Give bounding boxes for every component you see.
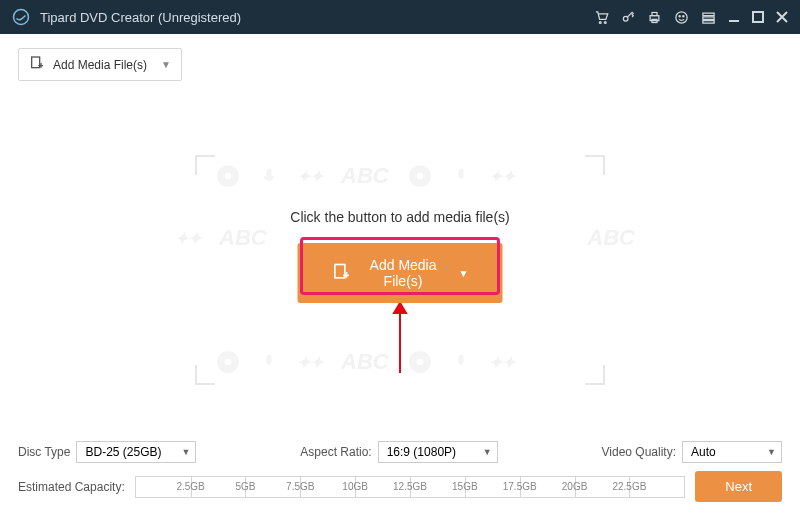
video-quality-label: Video Quality: — [602, 445, 677, 459]
ruler-tick-label: 22.5GB — [612, 481, 646, 492]
close-icon[interactable] — [776, 11, 788, 23]
next-button[interactable]: Next — [695, 471, 782, 502]
ruler-tick-label: 2.5GB — [176, 481, 204, 492]
minimize-icon[interactable] — [728, 11, 740, 23]
preferences-icon[interactable] — [701, 10, 716, 25]
corner-frame — [195, 155, 215, 175]
svg-rect-13 — [729, 20, 739, 22]
feedback-icon[interactable] — [674, 10, 689, 25]
ruler-tick-label: 17.5GB — [503, 481, 537, 492]
ruler-tick-label: 5GB — [235, 481, 255, 492]
add-file-icon — [29, 55, 45, 74]
drop-area: ✦✦ ABC ✦✦ ✦✦ ABC ABC ✦✦ ABC ✦✦ Click the… — [195, 155, 605, 385]
svg-point-2 — [604, 21, 606, 23]
capacity-ruler: 2.5GB5GB7.5GB10GB12.5GB15GB17.5GB20GB22.… — [135, 476, 686, 498]
chevron-down-icon: ▼ — [459, 268, 469, 279]
svg-rect-10 — [703, 13, 714, 16]
toolbar: Add Media File(s) ▼ — [0, 34, 800, 95]
key-icon[interactable] — [621, 10, 635, 24]
aspect-ratio-select[interactable]: 16:9 (1080P) — [378, 441, 498, 463]
bottom-bar: Disc Type BD-25 (25GB) Aspect Ratio: 16:… — [0, 431, 800, 514]
print-icon[interactable] — [647, 10, 662, 25]
svg-point-17 — [225, 173, 232, 180]
ruler-tick-label: 10GB — [342, 481, 368, 492]
add-media-big-button[interactable]: Add Media File(s) ▼ — [298, 243, 503, 303]
watermark-row: ✦✦ ABC ✦✦ — [215, 163, 515, 189]
svg-point-9 — [683, 15, 684, 16]
svg-rect-11 — [703, 16, 714, 19]
app-logo-icon — [12, 8, 30, 26]
svg-rect-27 — [458, 355, 463, 365]
drop-instruction: Click the button to add media file(s) — [195, 209, 605, 225]
add-media-small-label: Add Media File(s) — [53, 58, 147, 72]
svg-point-8 — [679, 15, 680, 16]
corner-frame — [195, 365, 215, 385]
add-media-small-button[interactable]: Add Media File(s) ▼ — [18, 48, 182, 81]
corner-frame — [585, 155, 605, 175]
svg-point-3 — [623, 16, 628, 21]
svg-rect-24 — [267, 355, 272, 365]
disc-type-select[interactable]: BD-25 (25GB) — [76, 441, 196, 463]
watermark-row: ✦✦ ABC ✦✦ — [215, 349, 515, 375]
svg-point-0 — [14, 10, 29, 25]
svg-rect-12 — [703, 20, 714, 23]
video-quality-select[interactable]: Auto — [682, 441, 782, 463]
svg-point-26 — [416, 359, 423, 366]
corner-frame — [585, 365, 605, 385]
svg-point-23 — [225, 359, 232, 366]
svg-rect-5 — [652, 12, 657, 15]
ruler-tick-label: 7.5GB — [286, 481, 314, 492]
watermark-row: ✦✦ ABC — [175, 225, 267, 251]
svg-rect-14 — [753, 12, 763, 22]
aspect-ratio-label: Aspect Ratio: — [300, 445, 371, 459]
watermark-row: ABC — [587, 225, 635, 251]
svg-point-20 — [416, 173, 423, 180]
title-bar: Tipard DVD Creator (Unregistered) — [0, 0, 800, 34]
svg-rect-21 — [458, 169, 463, 179]
cart-icon[interactable] — [594, 10, 609, 25]
ruler-tick-label: 12.5GB — [393, 481, 427, 492]
add-file-icon — [332, 262, 352, 285]
app-title: Tipard DVD Creator (Unregistered) — [40, 10, 594, 25]
ruler-tick-label: 15GB — [452, 481, 478, 492]
maximize-icon[interactable] — [752, 11, 764, 23]
svg-point-1 — [599, 21, 601, 23]
chevron-down-icon: ▼ — [161, 59, 171, 70]
svg-point-7 — [676, 11, 687, 22]
add-media-big-label: Add Media File(s) — [364, 257, 443, 289]
capacity-label: Estimated Capacity: — [18, 480, 125, 494]
disc-type-label: Disc Type — [18, 445, 70, 459]
ruler-tick-label: 20GB — [562, 481, 588, 492]
